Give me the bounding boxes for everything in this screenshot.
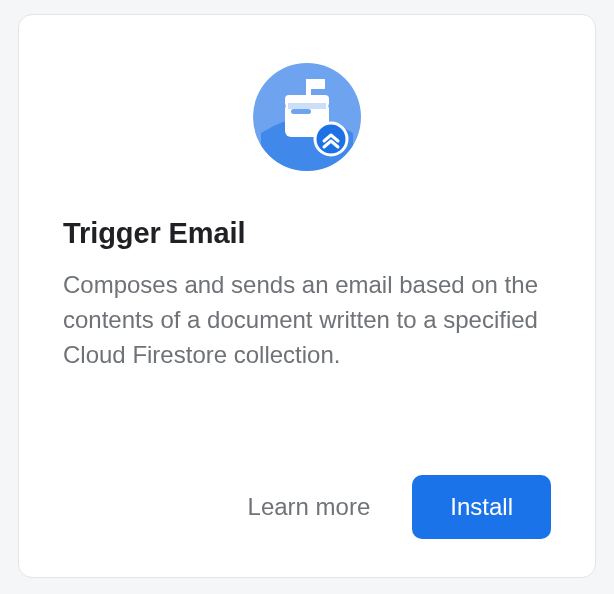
extension-description: Composes and sends an email based on the…: [63, 268, 551, 372]
svg-rect-7: [288, 103, 326, 109]
trigger-email-mailbox-icon: [251, 61, 363, 177]
learn-more-button[interactable]: Learn more: [248, 493, 371, 521]
svg-point-8: [315, 123, 347, 155]
install-button[interactable]: Install: [412, 475, 551, 539]
extension-card: Trigger Email Composes and sends an emai…: [18, 14, 596, 578]
actions-row: Learn more Install: [63, 475, 551, 543]
icon-container: [63, 61, 551, 177]
svg-rect-6: [291, 109, 311, 114]
extension-title: Trigger Email: [63, 217, 551, 250]
svg-rect-4: [306, 79, 311, 101]
svg-rect-5: [311, 79, 325, 89]
